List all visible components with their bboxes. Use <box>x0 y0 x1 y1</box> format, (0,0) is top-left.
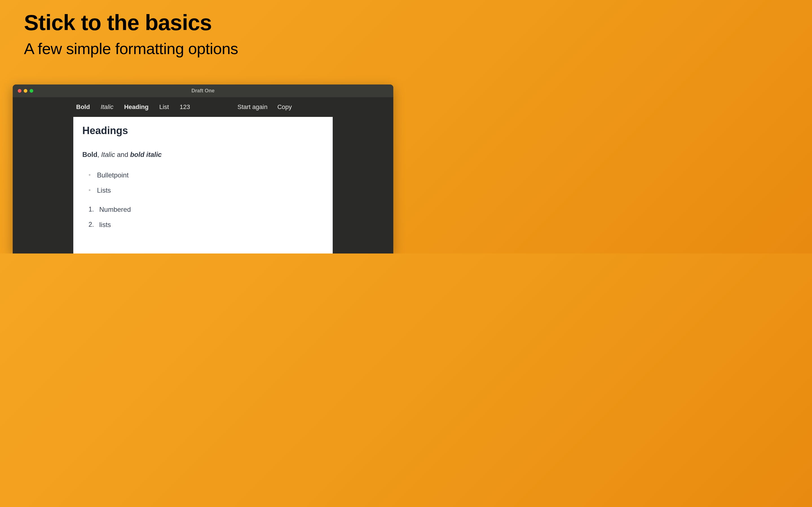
heading-button[interactable]: Heading <box>124 103 149 111</box>
minimize-window-button[interactable] <box>24 89 28 93</box>
list-item: Lists <box>89 186 324 194</box>
format-example-line: Bold, Italic and bold italic <box>82 151 324 159</box>
editor-area[interactable]: Headings Bold, Italic and bold italic Bu… <box>73 117 333 253</box>
maximize-window-button[interactable] <box>30 89 33 93</box>
copy-button[interactable]: Copy <box>277 103 292 111</box>
separator: , <box>97 151 101 158</box>
toolbar: Bold Italic Heading List 123 Start again… <box>13 97 393 117</box>
start-again-button[interactable]: Start again <box>238 103 267 111</box>
list-item: lists <box>89 221 324 229</box>
italic-button[interactable]: Italic <box>101 103 113 111</box>
toolbar-right: Start again Copy <box>238 103 385 111</box>
bullet-list: Bulletpoint Lists <box>82 171 324 194</box>
promo-subheading: A few simple formatting options <box>24 40 238 58</box>
list-item: Numbered <box>89 206 324 214</box>
bold-example: Bold <box>82 151 97 158</box>
list-item: Bulletpoint <box>89 171 324 179</box>
bold-button[interactable]: Bold <box>76 103 90 111</box>
italic-example: Italic <box>101 151 115 158</box>
document-heading: Headings <box>82 125 324 136</box>
window-title: Draft One <box>192 88 214 94</box>
promo-heading: Stick to the basics <box>24 10 212 36</box>
app-window: Draft One Bold Italic Heading List 123 S… <box>13 84 393 253</box>
close-window-button[interactable] <box>18 89 21 93</box>
separator: and <box>115 151 130 158</box>
bold-italic-example: bold italic <box>130 151 161 158</box>
list-button[interactable]: List <box>159 103 169 111</box>
titlebar: Draft One <box>13 84 393 97</box>
traffic-lights <box>13 89 33 93</box>
numbered-list-button[interactable]: 123 <box>180 103 190 111</box>
numbered-list: Numbered lists <box>82 206 324 229</box>
toolbar-left: Bold Italic Heading List 123 <box>21 103 190 111</box>
